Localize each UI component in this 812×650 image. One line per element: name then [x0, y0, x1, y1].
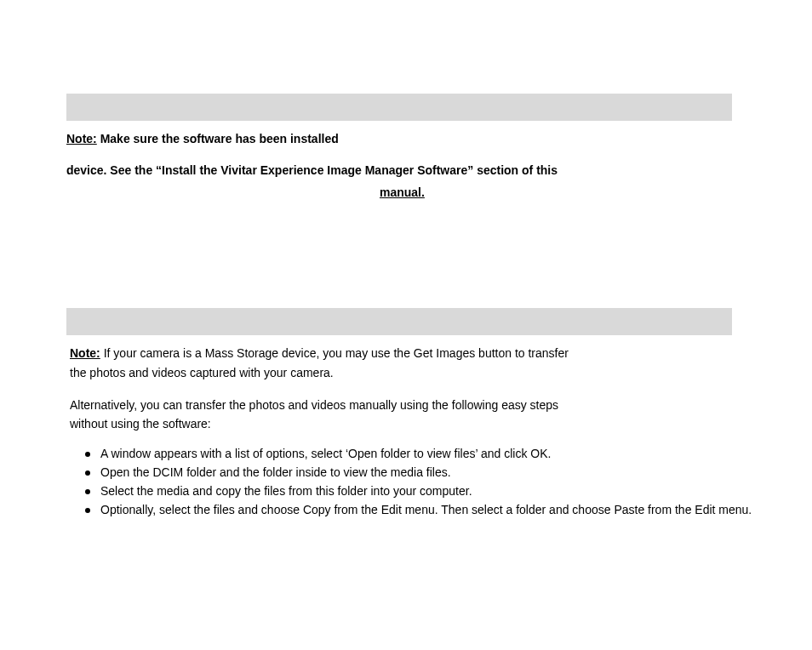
bullet-dot	[85, 508, 90, 513]
note1-prefix: Note:	[66, 132, 97, 145]
bullet-text-3: Optionally, select the files and choose …	[100, 503, 752, 516]
bullet-dot	[85, 470, 90, 476]
note1-line2: device. See the “Install the Vivitar Exp…	[66, 163, 558, 177]
banner-2	[66, 308, 732, 335]
note1-manual: manual.	[380, 185, 425, 199]
note2-line4: without using the software:	[70, 417, 211, 430]
note2-line1: Note: If your camera is a Mass Storage d…	[70, 346, 569, 360]
bullet-text-1: Open the DCIM folder and the folder insi…	[100, 465, 451, 479]
document-page: Note: Make sure the software has been in…	[0, 0, 812, 650]
note2-prefix: Note:	[70, 346, 100, 360]
bullet-text-0: A window appears with a list of options,…	[100, 447, 551, 460]
note2-line2: the photos and videos captured with your…	[70, 366, 334, 379]
banner-1	[66, 94, 732, 121]
bullet-dot	[85, 489, 90, 494]
bullet-text-2: Select the media and copy the files from…	[100, 484, 472, 498]
note2-line3: Alternatively, you can transfer the phot…	[70, 398, 558, 412]
bullet-dot	[85, 452, 90, 457]
note2-line1-rest: If your camera is a Mass Storage device,…	[100, 346, 569, 360]
note1-line1-rest: Make sure the software has been installe…	[97, 132, 339, 145]
note1-line1: Note: Make sure the software has been in…	[66, 132, 339, 145]
note1-line3: manual.	[380, 185, 425, 199]
